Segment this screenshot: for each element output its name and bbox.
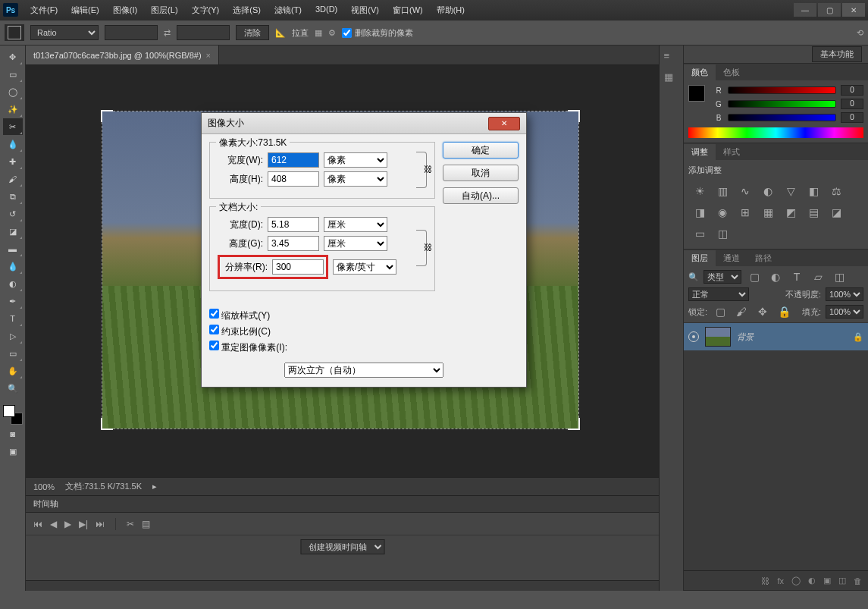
adj-hue-icon[interactable]: ◧ [805,184,822,199]
menu-file[interactable]: 文件(F) [24,2,64,18]
hand-tool[interactable]: ✋ [3,363,23,379]
group-icon[interactable]: ▣ [823,576,831,585]
mask-icon[interactable]: ◯ [791,576,801,585]
menu-image[interactable]: 图像(I) [107,2,143,18]
adj-poster-icon[interactable]: ▤ [805,205,822,220]
dialog-close-button[interactable]: ✕ [488,117,520,130]
styles-tab[interactable]: 样式 [716,144,747,160]
scale-check[interactable]: 缩放样式(Y) [209,309,519,322]
shape-tool[interactable]: ▭ [3,345,23,362]
cancel-button[interactable]: 取消 [443,165,519,181]
adj-invert-icon[interactable]: ◩ [782,205,799,220]
adj-vibrance-icon[interactable]: ▽ [782,184,799,199]
link-icon1[interactable]: ⛓ [424,165,432,174]
crop-tool-icon[interactable] [5,24,24,41]
dialog-titlebar[interactable]: 图像大小 ✕ [202,113,526,134]
adj-thresh-icon[interactable]: ◪ [828,205,844,220]
adj-levels-icon[interactable]: ▥ [714,184,731,199]
crop-tool[interactable]: ✂ [3,118,23,135]
lock-move-icon[interactable]: ✥ [754,304,771,319]
res-unit[interactable]: 像素/英寸 [333,259,396,275]
blur-tool[interactable]: 💧 [3,258,23,275]
constrain-check[interactable]: 约束比例(C) [209,325,519,338]
crop-handle-tr[interactable] [568,110,580,122]
g-slider[interactable] [728,100,836,108]
opacity-select[interactable]: 100% [826,287,863,301]
ok-button[interactable]: 确定 [443,142,519,159]
menu-edit[interactable]: 编辑(E) [65,2,105,18]
r-slider[interactable] [728,86,836,94]
status-arrow-icon[interactable]: ▸ [152,482,157,491]
tl-play-icon[interactable]: ▶ [64,519,71,529]
adj-photo-icon[interactable]: ◉ [714,205,731,220]
r-value[interactable]: 0 [841,85,863,96]
crop-handle-tl[interactable] [101,110,113,122]
filter-shape-icon[interactable]: ▱ [810,269,826,284]
auto-button[interactable]: 自动(A)... [443,187,519,204]
adj-exposure-icon[interactable]: ◐ [760,184,776,199]
foreground-swatch[interactable] [688,85,705,102]
menu-filter[interactable]: 滤镜(T) [268,2,308,18]
g-value[interactable]: 0 [841,99,863,109]
b-slider[interactable] [728,114,836,121]
width1-unit[interactable]: 像素 [324,152,387,168]
color-swatches[interactable] [3,405,23,425]
width2-input[interactable] [268,217,319,232]
menu-layer[interactable]: 图层(L) [145,2,183,18]
tl-trans-icon[interactable]: ▤ [142,519,150,529]
gear-icon[interactable]: ⚙ [328,28,336,38]
swap-icon[interactable]: ⇄ [164,28,171,38]
lock-all-icon[interactable]: 🔒 [776,304,792,319]
adj-curves-icon[interactable]: ∿ [737,184,754,199]
visibility-icon[interactable] [688,331,699,342]
adj-gradmap-icon[interactable]: ▭ [691,226,708,241]
properties-panel-icon[interactable]: ▦ [664,71,679,85]
crop-handle-bl[interactable] [101,418,113,430]
heal-tool[interactable]: ✚ [3,153,23,170]
layers-tab[interactable]: 图层 [684,250,716,266]
adjust-tab[interactable]: 调整 [684,144,716,160]
fill-select[interactable]: 100% [826,305,863,319]
kind-icon[interactable]: 🔍 [688,272,699,282]
screenmode-tool[interactable]: ▣ [3,443,23,460]
pen-tool[interactable]: ✒ [3,293,23,309]
lasso-tool[interactable]: ◯ [3,83,23,100]
ratio-select[interactable]: Ratio [30,25,99,40]
width1-input[interactable] [268,152,319,168]
layer-row[interactable]: 背景 🔒 [684,323,868,350]
close-button[interactable]: ✕ [842,3,865,17]
minimize-button[interactable]: — [794,3,816,17]
tl-last-icon[interactable]: ⏭ [96,519,105,529]
filter-type-icon[interactable]: T [788,269,805,284]
history-panel-icon[interactable]: ≡ [664,50,679,64]
adj-balance-icon[interactable]: ⚖ [828,184,844,199]
height1-unit[interactable]: 像素 [324,171,387,187]
ratio-w-input[interactable] [105,25,158,40]
straighten-icon[interactable]: 📐 [275,28,286,38]
menu-3d[interactable]: 3D(D) [309,2,343,18]
document-tab[interactable]: t013e7a070c6cae73bb.jpg @ 100%(RGB/8#) × [26,46,219,64]
height1-input[interactable] [268,171,319,187]
filter-smart-icon[interactable]: ◫ [831,269,848,284]
link-layers-icon[interactable]: ⛓ [761,576,769,585]
ratio-h-input[interactable] [177,25,230,40]
adj-mixer-icon[interactable]: ⊞ [737,205,754,220]
workspace-switch[interactable]: 基本功能 [812,46,862,62]
tab-close-icon[interactable]: × [206,51,211,60]
new-layer-icon[interactable]: ◫ [838,576,846,585]
maximize-button[interactable]: ▢ [818,3,841,17]
history-brush-tool[interactable]: ↺ [3,206,23,222]
height2-unit[interactable]: 厘米 [324,236,387,251]
filter-kind-select[interactable]: 类型 [703,270,741,284]
layer-name[interactable]: 背景 [737,331,754,343]
eraser-tool[interactable]: ◪ [3,223,23,240]
zoom-tool[interactable]: 🔍 [3,380,23,397]
reset-icon[interactable]: ⟲ [857,28,863,38]
channels-tab[interactable]: 通道 [716,250,747,266]
eyedropper-tool[interactable]: 💧 [3,136,23,152]
dodge-tool[interactable]: ◐ [3,275,23,292]
adj-brightness-icon[interactable]: ☀ [691,184,708,199]
adj-layer-icon[interactable]: ◐ [808,576,816,585]
color-spectrum[interactable] [688,127,863,138]
lock-trans-icon[interactable]: ▢ [712,304,729,319]
